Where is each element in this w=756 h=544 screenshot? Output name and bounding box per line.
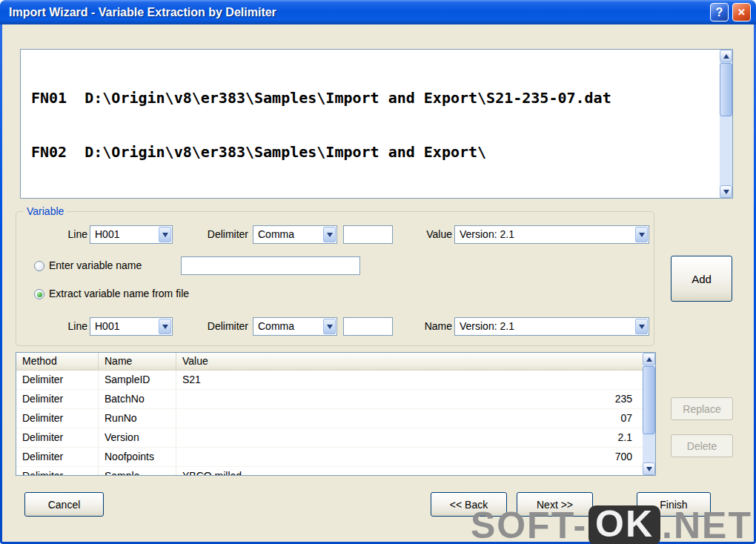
cell-name: BatchNo (99, 390, 176, 408)
close-icon: ✕ (737, 7, 746, 18)
name-combo-value: Version: 2.1 (455, 318, 634, 335)
name-combo[interactable]: Version: 2.1 (454, 317, 649, 336)
cell-name: SampleID (99, 371, 176, 389)
table-row[interactable]: Delimiter Version 2.1 (16, 428, 643, 448)
arrow-down-icon (639, 233, 645, 237)
table-row[interactable]: Delimiter SampleID S21 (16, 371, 643, 390)
table-row[interactable]: Delimiter Sample YBCO milled (16, 467, 643, 475)
delimiter-combo-1-value: Comma (253, 226, 322, 243)
cell-method: Delimiter (16, 467, 99, 475)
cell-method: Delimiter (16, 371, 99, 389)
close-button[interactable]: ✕ (732, 3, 751, 21)
watermark-prefix: SOFT- (471, 504, 587, 544)
cell-method: Delimiter (16, 448, 99, 466)
line-combo-2[interactable]: H001 (90, 317, 173, 336)
preview-line: FN03 S21-235-07.dat (31, 197, 717, 198)
dialog-client-area: FN01 D:\Origin\v8\er383\Samples\Import a… (2, 24, 754, 542)
delete-button[interactable]: Delete (671, 434, 733, 457)
cell-value: S21 (176, 371, 643, 389)
cell-value: 2.1 (176, 428, 643, 447)
preview-line: FN02 D:\Origin\v8\er383\Samples\Import a… (31, 143, 717, 161)
table-scrollbar-thumb[interactable] (643, 366, 655, 434)
delimiter-label-1: Delimiter (183, 225, 248, 244)
header-name[interactable]: Name (99, 353, 176, 371)
table-row[interactable]: Delimiter RunNo 07 (16, 409, 643, 428)
arrow-down-icon (639, 325, 645, 329)
custom-delimiter-input-1[interactable] (343, 225, 393, 244)
name-label: Name (399, 317, 452, 336)
cell-name: Version (99, 428, 176, 447)
line-combo-1[interactable]: H001 (90, 225, 173, 244)
watermark-suffix: .NET (662, 504, 752, 544)
cell-value: YBCO milled (176, 467, 643, 475)
value-label: Value (399, 225, 452, 244)
arrow-up-icon (646, 357, 652, 362)
cell-method: Delimiter (16, 390, 99, 408)
line-label-1: Line (43, 225, 87, 244)
file-preview-panel[interactable]: FN01 D:\Origin\v8\er383\Samples\Import a… (20, 49, 733, 199)
chevron-down-icon[interactable] (323, 319, 336, 334)
cell-method: Delimiter (16, 409, 99, 428)
extract-variable-name-label: Extract variable name from file (49, 285, 189, 303)
chevron-down-icon[interactable] (635, 319, 648, 334)
delimiter-combo-1[interactable]: Comma (253, 225, 337, 244)
variable-group: Variable Line H001 Delimiter Comma Value… (16, 211, 654, 346)
soft-ok-watermark: SOFT- OK .NET (471, 504, 752, 544)
preview-line: FN01 D:\Origin\v8\er383\Samples\Import a… (31, 89, 717, 107)
table-scrollbar[interactable] (643, 353, 655, 475)
cancel-button[interactable]: Cancel (24, 492, 104, 517)
arrow-down-icon (646, 467, 652, 471)
titlebar[interactable]: Import Wizard - Variable Extraction by D… (0, 0, 756, 24)
preview-scroll-up-button[interactable] (720, 50, 732, 62)
preview-scroll-down-button[interactable] (720, 185, 732, 198)
table-scroll-down-button[interactable] (643, 462, 655, 475)
chevron-down-icon[interactable] (159, 319, 171, 334)
arrow-down-icon (327, 325, 333, 329)
replace-button[interactable]: Replace (671, 397, 733, 420)
value-combo[interactable]: Version: 2.1 (454, 225, 649, 244)
chevron-down-icon[interactable] (323, 227, 336, 242)
variable-name-input[interactable] (181, 256, 360, 275)
import-wizard-dialog: Import Wizard - Variable Extraction by D… (0, 0, 756, 544)
watermark-ok-box: OK (588, 505, 660, 544)
delimiter-combo-2[interactable]: Comma (253, 317, 337, 336)
value-combo-value: Version: 2.1 (455, 226, 634, 243)
line-combo-1-value: H001 (90, 226, 158, 243)
preview-scrollbar[interactable] (720, 50, 732, 198)
radio-dot-icon (37, 292, 42, 297)
table-scroll-up-button[interactable] (643, 353, 655, 365)
custom-delimiter-input-2[interactable] (343, 317, 393, 336)
arrow-down-icon (162, 325, 168, 329)
table-header: Method Name Value (16, 353, 643, 371)
arrow-down-icon (723, 190, 729, 194)
table-row[interactable]: Delimiter BatchNo 235 (16, 390, 643, 409)
window-title: Import Wizard - Variable Extraction by D… (9, 6, 706, 19)
enter-variable-name-label: Enter variable name (49, 256, 142, 275)
chevron-down-icon[interactable] (635, 227, 648, 242)
header-method[interactable]: Method (16, 353, 99, 371)
enter-variable-name-radio[interactable] (34, 261, 44, 271)
cell-method: Delimiter (16, 428, 99, 447)
cell-name: RunNo (99, 409, 176, 428)
line-combo-2-value: H001 (90, 318, 158, 335)
variable-group-label: Variable (24, 205, 67, 217)
help-button[interactable]: ? (710, 3, 729, 21)
preview-scrollbar-thumb[interactable] (720, 63, 732, 116)
line-label-2: Line (43, 317, 87, 336)
delimiter-label-2: Delimiter (183, 317, 248, 336)
chevron-down-icon[interactable] (159, 227, 171, 242)
preview-text: FN01 D:\Origin\v8\er383\Samples\Import a… (31, 53, 717, 198)
arrow-down-icon (162, 233, 168, 237)
extract-variable-name-radio[interactable] (34, 289, 44, 299)
arrow-down-icon (327, 233, 333, 237)
cell-name: Sample (99, 467, 176, 475)
table-row[interactable]: Delimiter Noofpoints 700 (16, 448, 643, 467)
variables-table[interactable]: Method Name Value Delimiter SampleID S21… (16, 352, 656, 476)
delimiter-combo-2-value: Comma (253, 318, 322, 335)
cell-value: 07 (176, 409, 643, 428)
help-icon: ? (716, 6, 723, 19)
add-button[interactable]: Add (671, 256, 732, 302)
header-value[interactable]: Value (176, 353, 643, 371)
cell-name: Noofpoints (99, 448, 176, 466)
cell-value: 235 (176, 390, 643, 408)
